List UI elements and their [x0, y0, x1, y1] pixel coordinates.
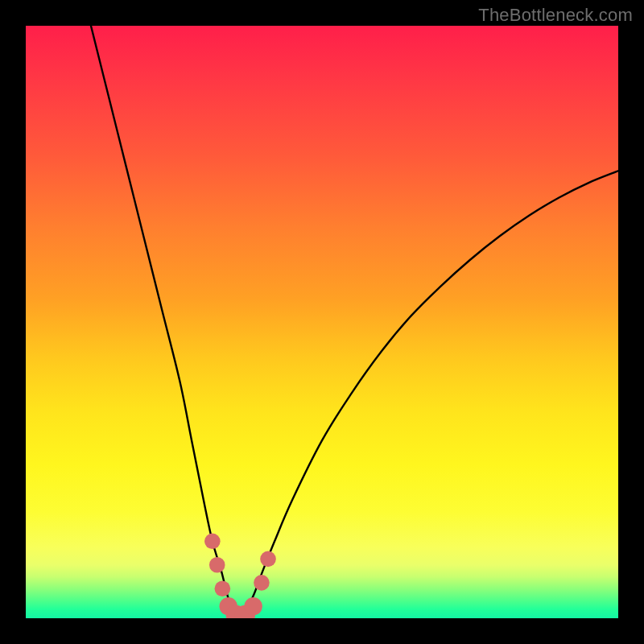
- plot-area: [26, 26, 618, 618]
- chart-frame: TheBottleneck.com: [0, 0, 644, 644]
- curve-marker: [204, 534, 221, 550]
- curve-marker: [215, 580, 231, 597]
- bottleneck-curve-svg: [26, 26, 618, 618]
- watermark-text: TheBottleneck.com: [478, 5, 633, 26]
- curve-marker: [254, 575, 270, 591]
- curve-markers: [204, 534, 276, 618]
- curve-marker: [244, 597, 262, 615]
- curve-marker: [209, 557, 225, 573]
- bottleneck-curve: [91, 26, 618, 618]
- curve-marker: [260, 551, 276, 568]
